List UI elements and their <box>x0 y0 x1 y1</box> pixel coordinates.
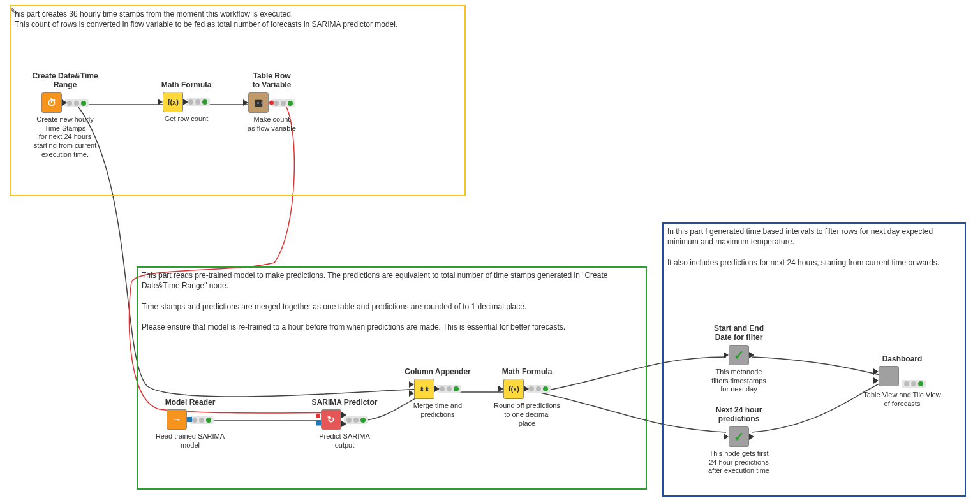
metanode-icon: ✓ <box>729 426 749 447</box>
metanode-icon <box>879 366 899 386</box>
input-port[interactable] <box>724 352 729 358</box>
input-port-top[interactable] <box>409 381 414 388</box>
input-port-top[interactable] <box>873 368 879 375</box>
node-desc: Make count as flow variable <box>227 115 316 133</box>
node-desc: Round off predictions to one decimal pla… <box>482 402 572 428</box>
metanode-start-end-date[interactable]: Start and End Date for filter ✓ This met… <box>694 324 783 394</box>
output-port[interactable] <box>434 386 440 392</box>
node-desc: Merge time and predictions <box>393 402 482 419</box>
annotation-green-text: This part reads pre-trained model to mak… <box>142 271 607 332</box>
variable-input-port[interactable] <box>316 414 320 418</box>
node-title: Model Reader <box>145 398 235 407</box>
output-port-2[interactable] <box>341 421 346 427</box>
node-model-reader[interactable]: Model Reader → Read trained SARIMA model <box>145 398 235 450</box>
status-indicator <box>437 385 461 393</box>
predictor-icon: ↻ <box>321 409 341 430</box>
annotation-yellow-text: his part creates 36 hourly time stamps f… <box>15 10 397 29</box>
node-title: Math Formula <box>148 80 225 89</box>
status-indicator <box>344 416 368 424</box>
metanode-icon: ✓ <box>729 345 749 365</box>
input-port-bottom[interactable] <box>409 390 414 397</box>
node-desc: Create new hourly Time Stamps for next 2… <box>20 115 110 159</box>
node-title: Column Appender <box>393 367 482 376</box>
output-port[interactable] <box>341 412 346 418</box>
node-desc: Read trained SARIMA model <box>145 432 235 450</box>
input-port-bottom[interactable] <box>873 377 879 384</box>
model-output-port[interactable] <box>187 417 192 422</box>
node-title: Table Row to Variable <box>227 71 316 90</box>
edit-annotation-icon[interactable]: ✎ <box>10 6 18 17</box>
node-desc: This node gets first 24 hour predictions… <box>694 449 783 476</box>
status-indicator <box>526 385 551 393</box>
input-port[interactable] <box>243 99 248 106</box>
appender-icon: ⬍⬍ <box>414 379 434 399</box>
metanode-dashboard[interactable]: Dashboard Table View and Tile View of fo… <box>851 354 953 409</box>
node-title: SARIMA Predictor <box>300 398 389 407</box>
status-indicator <box>64 99 89 107</box>
node-table-row-to-variable[interactable]: Table Row to Variable ▦ Make count as fl… <box>227 71 316 133</box>
variable-output-port[interactable] <box>269 100 274 105</box>
node-desc: Predict SARIMA output <box>300 432 389 450</box>
node-create-datetime-range[interactable]: Create Date&Time Range ⏱ Create new hour… <box>20 71 110 159</box>
output-port[interactable] <box>749 434 754 440</box>
node-title: Create Date&Time Range <box>20 71 110 90</box>
input-port[interactable] <box>724 434 729 440</box>
node-title: Dashboard <box>851 354 953 363</box>
status-indicator <box>271 99 295 107</box>
input-port[interactable] <box>158 99 163 105</box>
metanode-next-24h[interactable]: Next 24 hour predictions ✓ This node get… <box>694 405 783 476</box>
node-title: Next 24 hour predictions <box>694 405 783 424</box>
output-port[interactable] <box>749 352 754 358</box>
formula-icon: f(x) <box>503 379 524 399</box>
status-indicator <box>186 98 210 106</box>
formula-icon: f(x) <box>163 92 183 112</box>
table-to-var-icon: ▦ <box>248 92 269 113</box>
node-desc: Table View and Tile View of forecasts <box>851 391 953 409</box>
output-port[interactable] <box>183 99 188 105</box>
reader-icon: → <box>167 409 187 430</box>
node-math-formula-rowcount[interactable]: Math Formula f(x) Get row count <box>148 80 225 124</box>
input-port[interactable] <box>498 386 503 392</box>
node-sarima-predictor[interactable]: SARIMA Predictor ↻ Predict SARIMA output <box>300 398 389 450</box>
node-math-formula-round[interactable]: Math Formula f(x) Round off predictions … <box>482 367 572 428</box>
annotation-blue-text: In this part I generated time based inte… <box>667 227 939 267</box>
clock-icon: ⏱ <box>41 92 62 113</box>
node-title: Math Formula <box>482 367 572 376</box>
node-column-appender[interactable]: Column Appender ⬍⬍ Merge time and predic… <box>393 367 482 419</box>
node-title: Start and End Date for filter <box>694 324 783 342</box>
status-indicator <box>902 380 926 388</box>
node-desc: This metanode filters timestamps for nex… <box>694 368 783 394</box>
workflow-canvas[interactable]: his part creates 36 hourly time stamps f… <box>0 0 980 503</box>
output-port[interactable] <box>524 386 529 392</box>
model-input-port[interactable] <box>316 421 321 426</box>
output-port[interactable] <box>62 99 67 106</box>
node-desc: Get row count <box>148 115 225 124</box>
status-indicator <box>189 416 214 424</box>
